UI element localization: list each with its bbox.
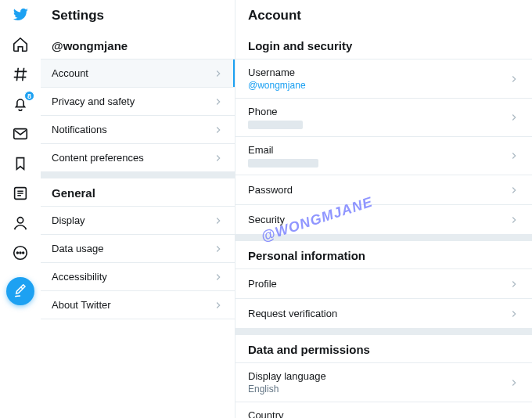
nav-item-display[interactable]: Display — [41, 207, 235, 235]
messages-icon[interactable] — [10, 124, 31, 144]
svg-point-4 — [16, 252, 18, 254]
lists-icon[interactable] — [10, 183, 31, 204]
chevron-right-icon — [213, 243, 224, 254]
setting-row-title: Display language — [248, 370, 326, 382]
nav-item-label: Data usage — [52, 243, 104, 254]
chevron-right-icon — [213, 68, 224, 79]
nav-item-label: Display — [52, 214, 85, 226]
nav-item-data-usage[interactable]: Data usage — [41, 235, 235, 263]
settings-nav-column: Settings @wongmjane AccountPrivacy and s… — [41, 0, 235, 418]
setting-row-profile[interactable]: Profile — [235, 269, 532, 299]
setting-row-phone[interactable]: Phone — [235, 99, 532, 137]
nav-item-content-preferences[interactable]: Content preferences — [41, 144, 235, 172]
group-label: Login and security — [235, 31, 532, 59]
twitter-logo-icon[interactable] — [10, 5, 31, 25]
nav-item-label: Privacy and safety — [52, 95, 135, 107]
chevron-right-icon — [509, 74, 519, 85]
account-detail-column: Account Login and securityUsername@wongm… — [235, 0, 532, 418]
chevron-right-icon — [213, 215, 224, 226]
setting-row-request-verification[interactable]: Request verification — [235, 299, 532, 329]
redacted-value — [248, 121, 303, 129]
setting-row-email[interactable]: Email — [235, 137, 532, 175]
notifications-badge: 8 — [24, 91, 34, 101]
chevron-right-icon — [509, 308, 519, 319]
chevron-right-icon — [509, 185, 519, 196]
nav-item-about-twitter[interactable]: About Twitter — [41, 291, 235, 319]
chevron-right-icon — [213, 300, 224, 311]
setting-row-password[interactable]: Password — [235, 175, 532, 205]
chevron-right-icon — [213, 96, 224, 107]
compose-button[interactable] — [6, 277, 34, 305]
setting-row-title: Password — [248, 184, 293, 196]
svg-point-6 — [23, 252, 24, 254]
svg-point-5 — [20, 252, 21, 254]
settings-title: Settings — [41, 0, 235, 31]
chevron-right-icon — [213, 272, 224, 283]
nav-item-label: Content preferences — [52, 152, 144, 164]
setting-row-title: Security — [248, 214, 285, 225]
setting-row-title: Country — [248, 409, 304, 418]
nav-item-label: About Twitter — [52, 299, 111, 311]
chevron-right-icon — [213, 124, 224, 135]
nav-item-label: Accessibility — [52, 271, 107, 283]
chevron-right-icon — [509, 112, 519, 123]
setting-row-country[interactable]: CountryUnited States — [235, 402, 532, 418]
nav-item-notifications[interactable]: Notifications — [41, 116, 235, 144]
nav-item-account[interactable]: Account — [41, 59, 235, 88]
nav-item-privacy-and-safety[interactable]: Privacy and safety — [41, 88, 235, 116]
svg-point-2 — [17, 218, 23, 223]
chevron-right-icon — [509, 377, 519, 388]
setting-row-security[interactable]: Security — [235, 205, 532, 235]
setting-row-subtitle: @wongmjane — [248, 80, 306, 91]
settings-section-user: @wongmjane — [41, 31, 235, 59]
explore-icon[interactable] — [10, 64, 31, 85]
more-icon[interactable] — [10, 243, 31, 263]
home-icon[interactable] — [10, 34, 31, 55]
setting-row-username[interactable]: Username@wongmjane — [235, 59, 532, 99]
profile-icon[interactable] — [10, 213, 31, 233]
bookmarks-icon[interactable] — [10, 153, 31, 174]
setting-row-subtitle: English — [248, 384, 326, 395]
setting-row-title: Request verification — [248, 308, 337, 319]
notifications-icon[interactable]: 8 — [10, 94, 31, 114]
nav-item-accessibility[interactable]: Accessibility — [41, 263, 235, 291]
nav-item-label: Account — [52, 67, 88, 79]
account-title: Account — [235, 0, 532, 31]
chevron-right-icon — [509, 279, 519, 290]
nav-item-label: Notifications — [52, 124, 107, 135]
chevron-right-icon — [213, 153, 224, 164]
chevron-right-icon — [509, 150, 519, 161]
setting-row-title: Profile — [248, 278, 277, 290]
setting-row-title: Email — [248, 144, 318, 156]
nav-rail: 8 — [0, 0, 41, 418]
setting-row-title: Username — [248, 67, 306, 78]
setting-row-title: Phone — [248, 106, 303, 117]
group-label: Personal information — [235, 235, 532, 269]
chevron-right-icon — [509, 214, 519, 225]
setting-row-display-language[interactable]: Display languageEnglish — [235, 363, 532, 402]
redacted-value — [248, 159, 318, 168]
settings-section-general: General — [41, 172, 235, 207]
group-label: Data and permissions — [235, 329, 532, 363]
